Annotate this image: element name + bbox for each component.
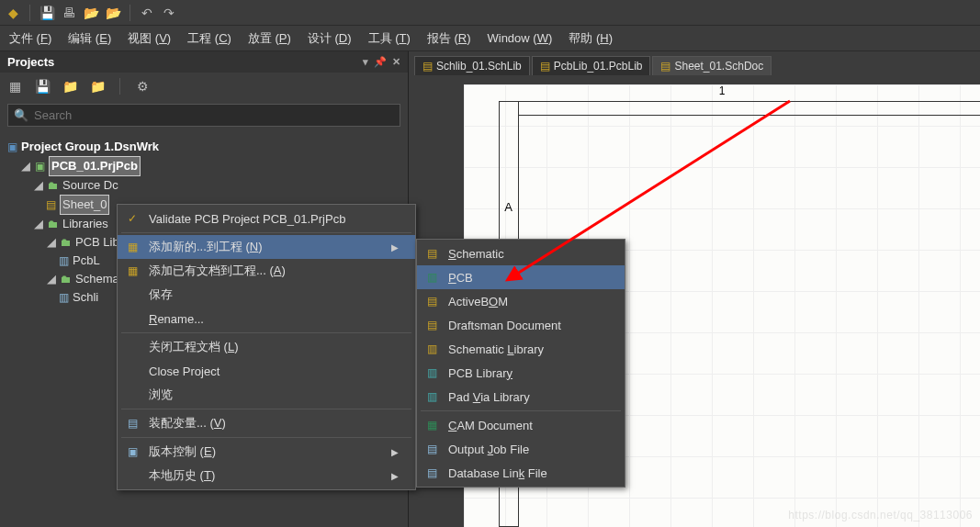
menuitem-Schematic[interactable]: ▤Schematic: [417, 241, 625, 265]
menuitem-本地历史[interactable]: 本地历史 (T)▶: [118, 464, 415, 488]
pin-icon[interactable]: 📌: [374, 56, 387, 68]
logo-icon: ◆: [6, 6, 20, 20]
search-input[interactable]: [34, 108, 394, 122]
addexist-icon: ▦: [123, 264, 141, 277]
menuitem-浏览[interactable]: 浏览: [118, 383, 415, 407]
search-icon: 🔍: [14, 108, 28, 122]
menu-视图[interactable]: 视图 (V): [128, 30, 171, 47]
tab-Schlib_01.SchLib[interactable]: ▤Schlib_01.SchLib: [414, 56, 530, 75]
menuitem-Close-Project[interactable]: Close Project: [118, 359, 415, 383]
validate-icon: ✓: [123, 212, 141, 225]
panel-title: Projects: [7, 55, 54, 69]
pcblib-icon: ▥: [422, 366, 441, 379]
redo-icon[interactable]: ↷: [162, 6, 176, 20]
menu-帮助[interactable]: 帮助 (H): [569, 30, 613, 47]
doc-icon: ▤: [540, 60, 550, 73]
dropdown-icon[interactable]: ▾: [363, 56, 368, 68]
padvia-icon: ▥: [422, 390, 441, 403]
folder-tree-icon[interactable]: 📁: [90, 79, 105, 94]
tab-PcbLib_01.PcbLib[interactable]: ▤PcbLib_01.PcbLib: [532, 56, 651, 75]
add-icon: ▦: [123, 241, 141, 253]
document-tabs: ▤Schlib_01.SchLib▤PcbLib_01.PcbLib▤Sheet…: [409, 51, 980, 75]
undo-icon[interactable]: ↶: [140, 6, 154, 20]
menuitem-ActiveBOM[interactable]: ▤ActiveBOM: [417, 289, 625, 313]
menu-编辑[interactable]: 编辑 (E): [68, 30, 111, 47]
tree-source-folder[interactable]: ◢🖿Source Dc: [7, 176, 400, 195]
outjob-icon: ▤: [422, 443, 441, 455]
schlib-icon: ▥: [422, 342, 441, 355]
menu-报告[interactable]: 报告 (R): [427, 30, 471, 47]
menuitem-保存[interactable]: 保存: [118, 283, 415, 307]
menuitem-PCB[interactable]: ▥PCB: [417, 265, 625, 289]
menuitem-关闭工程文档[interactable]: 关闭工程文档 (L): [118, 335, 415, 359]
menu-工具[interactable]: 工具 (T): [368, 30, 411, 47]
menuitem-Output-Job-File[interactable]: ▤Output Job File: [417, 437, 625, 461]
save-all-icon[interactable]: 💾: [35, 79, 50, 94]
pcb-icon: ▥: [422, 271, 441, 284]
tree-group[interactable]: ▣Project Group 1.DsnWrk: [7, 138, 400, 156]
sch-icon: ▤: [422, 247, 441, 260]
search-box[interactable]: 🔍: [7, 104, 400, 127]
top-toolbar: ◆ 💾 🖶 📂 📂 ↶ ↷: [0, 0, 980, 26]
panel-title-bar: Projects ▾ 📌 ✕: [0, 51, 408, 73]
menu-设计[interactable]: 设计 (D): [308, 30, 352, 47]
menuitem-添加新的...到工程[interactable]: ▦添加新的...到工程 (N)▶: [118, 235, 415, 259]
menu-工程[interactable]: 工程 (C): [187, 30, 231, 47]
bom-icon: ▤: [422, 295, 441, 308]
menuitem-版本控制[interactable]: ▣版本控制 (E)▶: [118, 440, 415, 464]
version-icon: ▣: [123, 445, 141, 458]
sheet-col-label: 1: [719, 84, 726, 97]
menu-放置[interactable]: 放置 (P): [248, 30, 291, 47]
add-new-submenu: ▤Schematic▥PCB▤ActiveBOM▤Draftsman Docum…: [416, 239, 625, 488]
variant-icon: ▤: [123, 417, 141, 430]
watermark: https://blog.csdn.net/qq_38113006: [788, 509, 973, 521]
print-icon[interactable]: 🖶: [62, 6, 76, 20]
gear-icon[interactable]: ⚙: [135, 79, 150, 94]
tree-project[interactable]: ◢▣PCB_01.PrjPcb: [7, 156, 400, 176]
menuitem-PCB-Library[interactable]: ▥PCB Library: [417, 361, 625, 385]
doc-icon: ▤: [422, 60, 433, 73]
menuitem-Draftsman-Document[interactable]: ▤Draftsman Document: [417, 313, 625, 337]
menuitem-Pad-Via-Library[interactable]: ▥Pad Via Library: [417, 385, 625, 409]
open-recent-icon[interactable]: 📂: [106, 6, 120, 20]
draft-icon: ▤: [422, 319, 441, 331]
menuitem-添加已有文档到工程[interactable]: ▦添加已有文档到工程... (A): [118, 259, 415, 283]
menuitem-Database-Link-File[interactable]: ▤Database Link File: [417, 461, 625, 485]
doc-icon: ▤: [660, 60, 670, 73]
menubar: 文件 (F)编辑 (E)视图 (V)工程 (C)放置 (P)设计 (D)工具 (…: [0, 26, 980, 51]
folder-icon[interactable]: 📁: [62, 79, 77, 94]
dblink-icon: ▤: [422, 466, 441, 479]
save-icon[interactable]: 💾: [39, 6, 54, 20]
menuitem-Schematic-Library[interactable]: ▥Schematic Library: [417, 337, 625, 361]
context-menu: ✓Validate PCB Project PCB_01.PrjPcb▦添加新的…: [117, 204, 416, 490]
close-panel-icon[interactable]: ✕: [392, 56, 400, 68]
menuitem-Rename...[interactable]: Rename...: [118, 307, 415, 331]
open-icon[interactable]: 📂: [84, 6, 98, 20]
panel-toolbar: ▦ 💾 📁 📁 ⚙: [0, 73, 408, 100]
cam-icon: ▦: [422, 419, 441, 432]
menu-Window[interactable]: Window (W): [487, 31, 552, 45]
menuitem-Validate-PCB-Project-PCB_01.PrjPcb[interactable]: ✓Validate PCB Project PCB_01.PrjPcb: [118, 207, 415, 230]
menuitem-CAM-Document[interactable]: ▦CAM Document: [417, 413, 625, 437]
tab-Sheet_01.SchDoc[interactable]: ▤Sheet_01.SchDoc: [652, 56, 772, 75]
menu-文件[interactable]: 文件 (F): [9, 30, 51, 47]
new-doc-icon[interactable]: ▦: [7, 79, 22, 94]
menuitem-装配变量[interactable]: ▤装配变量... (V): [118, 411, 415, 435]
